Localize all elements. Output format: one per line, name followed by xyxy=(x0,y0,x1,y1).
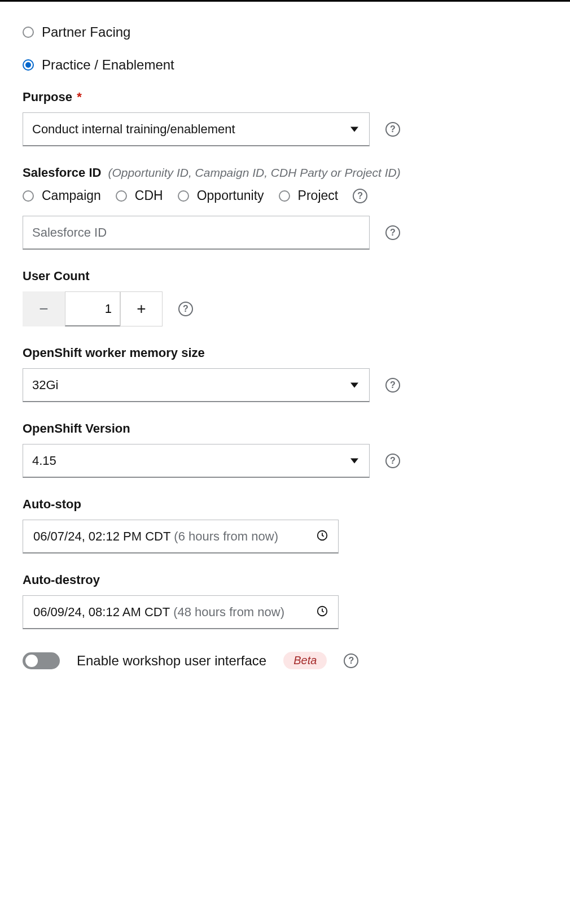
user-count-input[interactable] xyxy=(65,291,120,326)
salesforce-radio-opportunity[interactable] xyxy=(178,190,189,202)
purpose-label-text: Purpose xyxy=(23,90,72,104)
auto-stop-field: Auto-stop 06/07/24, 02:12 PM CDT (6 hour… xyxy=(23,497,547,553)
auto-stop-label: Auto-stop xyxy=(23,497,547,512)
openshift-version-field: OpenShift Version 4.15 ? xyxy=(23,421,547,478)
salesforce-hint: (Opportunity ID, Campaign ID, CDH Party … xyxy=(108,166,401,179)
auto-destroy-relative: (48 hours from now) xyxy=(173,605,284,620)
worker-memory-field: OpenShift worker memory size 32Gi ? xyxy=(23,346,547,402)
user-count-stepper: − + xyxy=(23,291,163,326)
salesforce-label-text: Salesforce ID xyxy=(23,165,101,180)
salesforce-radio-project[interactable] xyxy=(279,190,290,202)
audience-option-partner[interactable]: Partner Facing xyxy=(23,24,547,40)
auto-destroy-field: Auto-destroy 06/09/24, 08:12 AM CDT (48 … xyxy=(23,573,547,629)
salesforce-field: Salesforce ID (Opportunity ID, Campaign … xyxy=(23,165,547,250)
audience-label-partner: Partner Facing xyxy=(42,24,130,40)
help-icon[interactable]: ? xyxy=(353,189,367,203)
audience-radio-group: Partner Facing Practice / Enablement xyxy=(23,24,547,73)
user-count-field: User Count − + ? xyxy=(23,269,547,326)
worker-memory-select[interactable]: 32Gi xyxy=(23,368,370,402)
salesforce-type-project[interactable]: Project xyxy=(279,188,339,203)
auto-stop-input[interactable]: 06/07/24, 02:12 PM CDT (6 hours from now… xyxy=(23,520,339,553)
workshop-ui-row: Enable workshop user interface Beta ? xyxy=(23,652,547,669)
auto-stop-relative: (6 hours from now) xyxy=(174,529,278,544)
auto-destroy-label: Auto-destroy xyxy=(23,573,547,587)
salesforce-type-opportunity[interactable]: Opportunity xyxy=(178,188,264,203)
toggle-knob xyxy=(25,655,38,667)
salesforce-radio-cdh[interactable] xyxy=(116,190,127,202)
workshop-ui-label: Enable workshop user interface xyxy=(77,653,266,669)
salesforce-type-row: Campaign CDH Opportunity Project ? xyxy=(23,188,547,203)
stepper-minus-button[interactable]: − xyxy=(23,291,65,326)
worker-memory-label: OpenShift worker memory size xyxy=(23,346,547,360)
salesforce-radio-campaign[interactable] xyxy=(23,190,34,202)
openshift-version-value[interactable]: 4.15 xyxy=(23,444,370,478)
help-icon[interactable]: ? xyxy=(385,225,400,240)
workshop-ui-toggle[interactable] xyxy=(23,652,60,669)
salesforce-id-input[interactable] xyxy=(23,216,370,250)
help-icon[interactable]: ? xyxy=(385,122,400,137)
audience-radio-partner[interactable] xyxy=(23,27,34,38)
salesforce-type-label: Project xyxy=(298,188,339,203)
help-icon[interactable]: ? xyxy=(178,302,193,316)
help-icon[interactable]: ? xyxy=(385,454,400,468)
audience-option-practice[interactable]: Practice / Enablement xyxy=(23,57,547,73)
openshift-version-label: OpenShift Version xyxy=(23,421,547,436)
salesforce-label: Salesforce ID (Opportunity ID, Campaign … xyxy=(23,165,547,180)
salesforce-type-campaign[interactable]: Campaign xyxy=(23,188,101,203)
purpose-label: Purpose * xyxy=(23,90,547,104)
salesforce-type-label: Campaign xyxy=(42,188,101,203)
purpose-field: Purpose * Conduct internal training/enab… xyxy=(23,90,547,146)
stepper-plus-button[interactable]: + xyxy=(120,291,163,326)
user-count-label: User Count xyxy=(23,269,547,284)
audience-radio-practice[interactable] xyxy=(23,59,34,71)
purpose-select-value[interactable]: Conduct internal training/enablement xyxy=(23,112,370,146)
salesforce-type-cdh[interactable]: CDH xyxy=(116,188,163,203)
auto-destroy-value: 06/09/24, 08:12 AM CDT xyxy=(33,605,170,620)
auto-stop-value: 06/07/24, 02:12 PM CDT xyxy=(33,529,170,544)
openshift-version-select[interactable]: 4.15 xyxy=(23,444,370,478)
help-icon[interactable]: ? xyxy=(344,653,358,668)
help-icon[interactable]: ? xyxy=(385,378,400,393)
beta-badge: Beta xyxy=(283,652,327,669)
required-marker: * xyxy=(77,90,82,104)
salesforce-type-label: CDH xyxy=(135,188,163,203)
purpose-select[interactable]: Conduct internal training/enablement xyxy=(23,112,370,146)
worker-memory-value[interactable]: 32Gi xyxy=(23,368,370,402)
auto-destroy-input[interactable]: 06/09/24, 08:12 AM CDT (48 hours from no… xyxy=(23,595,339,629)
salesforce-type-label: Opportunity xyxy=(197,188,264,203)
audience-label-practice: Practice / Enablement xyxy=(42,57,174,73)
